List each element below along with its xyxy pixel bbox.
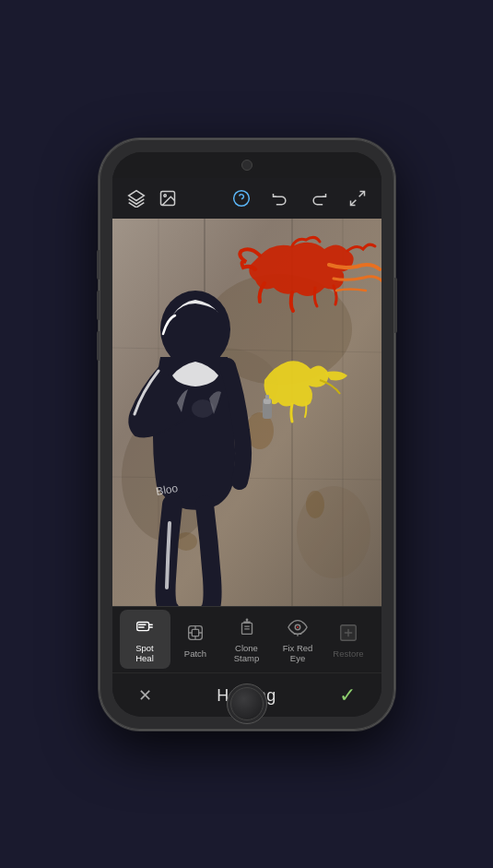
redo-icon[interactable]: [306, 185, 332, 211]
svg-point-45: [297, 626, 299, 628]
clone-stamp-tool[interactable]: Clone Stamp: [221, 610, 273, 669]
toolbar-left-group: [123, 185, 181, 211]
layers-icon[interactable]: [123, 185, 149, 211]
phone-device: Bloo: [100, 139, 394, 730]
svg-rect-28: [137, 623, 149, 631]
clone-stamp-label: Clone Stamp: [229, 643, 265, 663]
home-button-inner: [230, 687, 264, 720]
canvas-area[interactable]: Bloo: [112, 219, 381, 606]
svg-point-3: [233, 190, 249, 206]
spot-heal-label: Spot Heal: [127, 643, 163, 663]
svg-rect-27: [265, 395, 269, 399]
cancel-button[interactable]: ✕: [131, 681, 160, 710]
toolbar-right-group: [229, 185, 370, 211]
fix-red-eye-label: Fix Red Eye: [280, 643, 316, 663]
camera-notch: [241, 160, 252, 171]
confirm-button[interactable]: ✓: [333, 681, 362, 710]
image-icon[interactable]: [155, 185, 181, 211]
help-icon[interactable]: [229, 185, 254, 211]
svg-point-41: [245, 618, 248, 621]
restore-tool[interactable]: Restore: [323, 615, 374, 664]
spot-heal-tool[interactable]: Spot Heal: [120, 610, 170, 669]
status-bar: [112, 152, 381, 178]
spot-heal-icon: [133, 615, 157, 639]
svg-point-2: [163, 194, 166, 196]
clone-stamp-icon: [235, 615, 259, 639]
svg-line-5: [358, 191, 364, 196]
restore-icon: [336, 621, 360, 645]
tools-toolbar: Spot Heal Patch: [112, 606, 381, 672]
svg-point-20: [306, 491, 324, 518]
graffiti-artwork: Bloo: [112, 219, 381, 606]
svg-rect-34: [192, 629, 198, 636]
patch-icon: [183, 621, 207, 645]
phone-screen: Bloo: [112, 152, 381, 717]
fix-red-eye-tool[interactable]: Fix Red Eye: [273, 610, 323, 669]
fix-red-eye-icon: [286, 615, 310, 639]
patch-tool[interactable]: Patch: [170, 615, 221, 664]
toolbar-top: [112, 178, 381, 219]
svg-line-6: [350, 199, 356, 205]
patch-label: Patch: [184, 648, 206, 659]
expand-icon[interactable]: [345, 185, 370, 211]
svg-marker-0: [128, 190, 144, 200]
restore-label: Restore: [333, 648, 363, 659]
undo-icon[interactable]: [267, 185, 293, 211]
home-button[interactable]: [227, 684, 267, 724]
